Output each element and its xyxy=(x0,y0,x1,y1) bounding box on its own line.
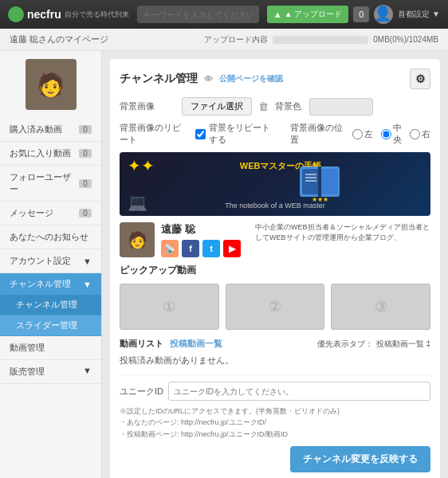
pickup-video-grid: ① ② ③ xyxy=(120,284,430,330)
header-search-container xyxy=(137,6,259,23)
repeat-label-text: 背景をリピートする xyxy=(209,122,276,146)
notif-count: 0 xyxy=(359,10,364,19)
sidebar-item-favorite-videos[interactable]: お気に入り動画 0 xyxy=(0,142,101,166)
content-area: チャンネル管理 👁 公開ページを確認 ⚙ 背景画像 ファイル選択 🗑 背景色 xyxy=(102,51,448,478)
repeat-checkbox-label[interactable]: 背景をリピートする xyxy=(195,122,276,146)
profile-avatar: 🧑 xyxy=(120,222,155,257)
unique-id-note-2: ・あなたのページ: http://necfru.jp/ユニークID/ xyxy=(120,417,430,428)
save-row: チャンネル変更を反映する xyxy=(120,440,430,472)
sidebar-label-follow: フォローユーザー xyxy=(10,171,79,195)
bg-color-label: 背景色 xyxy=(275,100,303,112)
fb-icon: f xyxy=(189,244,192,253)
profile-name: 遠藤 聡 xyxy=(161,222,249,237)
unique-id-note-3: ・投稿動画ページ: http://necfru.jp/ユニークID/動画ID xyxy=(120,429,430,440)
logo-text: necfru xyxy=(27,8,61,21)
social-tw-button[interactable]: t xyxy=(202,240,220,257)
upload-label: ▲ アップロード xyxy=(285,9,343,20)
save-channel-button[interactable]: チャンネル変更を反映する xyxy=(290,446,430,472)
banner-decoration: ✦✦ xyxy=(128,156,155,175)
sidebar-item-purchased-videos[interactable]: 購入済み動画 0 xyxy=(0,118,101,142)
sidebar-item-messages[interactable]: メッセージ 0 xyxy=(0,202,101,225)
video-thumb-2[interactable]: ② xyxy=(226,284,325,330)
unique-id-input[interactable] xyxy=(168,382,430,401)
svg-rect-2 xyxy=(320,169,338,194)
sidebar-label-notifications: あなたへのお知らせ xyxy=(10,231,88,243)
sidebar-badge-purchased: 0 xyxy=(79,125,92,134)
sidebar-arrow-account: ▼ xyxy=(83,257,92,266)
priority-tab-label: 優先表示タブ： xyxy=(317,339,373,350)
svg-rect-1 xyxy=(302,169,320,194)
no-videos-text: 投稿済み動画がありません。 xyxy=(120,355,430,366)
sidebar-item-sales-management[interactable]: 販売管理 ▼ xyxy=(0,360,101,384)
bg-position-label: 背景画像の位置 xyxy=(290,122,346,146)
bg-repeat-label: 背景画像のリピート xyxy=(120,122,189,146)
sidebar-sub-channel-management[interactable]: チャンネル管理 xyxy=(0,295,101,315)
tw-icon: t xyxy=(210,244,213,253)
upload-button[interactable]: ▲ ▲ アップロード xyxy=(267,6,349,23)
repeat-checkbox[interactable] xyxy=(195,129,206,139)
bg-color-picker[interactable] xyxy=(309,98,373,116)
sidebar-item-follow-users[interactable]: フォローユーザー 0 xyxy=(0,166,101,202)
unique-id-note-1: ※設定したIDのURLにアクセスできます。(半角英数・ピリオドのみ) xyxy=(120,406,430,417)
priority-tab-value: 投稿動画一覧 ‡ xyxy=(376,339,430,350)
progress-bar-wrap xyxy=(273,36,368,44)
panel-title-text: チャンネル管理 xyxy=(120,72,198,86)
sidebar-sub-slider-label: スライダー管理 xyxy=(16,320,77,330)
radio-left[interactable]: 左 xyxy=(352,128,373,140)
banner-subtitle: The notebook of a WEB master xyxy=(225,202,325,210)
public-page-link[interactable]: 公開ページを確認 xyxy=(219,73,283,84)
gear-icon: ⚙ xyxy=(415,72,426,85)
video-list-left: 動画リスト 投稿動画一覧 xyxy=(120,338,222,350)
user-settings-label[interactable]: 首都設定 ▼ xyxy=(398,9,440,20)
file-select-label: ファイル選択 xyxy=(191,101,243,111)
radio-center[interactable]: 中央 xyxy=(381,122,402,146)
sidebar-label-sales-management: 販売管理 xyxy=(10,366,45,378)
logo-sub: 自分で売る時代到来 xyxy=(65,10,129,20)
bg-image-label: 背景画像 xyxy=(120,100,175,112)
upload-icon: ▲ xyxy=(273,10,282,19)
sidebar-section-channel-label: チャンネル管理 xyxy=(10,278,71,290)
sidebar-label-video-management: 動画管理 xyxy=(10,343,45,352)
video-list-right: 優先表示タブ： 投稿動画一覧 ‡ xyxy=(317,339,430,350)
banner-book-icon: ★★★ xyxy=(296,160,344,208)
bg-position-radios: 左 中央 右 xyxy=(352,122,430,146)
gear-button[interactable]: ⚙ xyxy=(410,69,430,89)
video-list-header: 動画リスト 投稿動画一覧 優先表示タブ： 投稿動画一覧 ‡ xyxy=(120,338,430,350)
video-thumb-1[interactable]: ① xyxy=(120,284,219,330)
video-thumb-1-label: ① xyxy=(163,298,175,315)
svg-rect-3 xyxy=(318,167,321,197)
file-select-button[interactable]: ファイル選択 xyxy=(182,97,252,116)
logo: necfru 自分で売る時代到来 xyxy=(8,6,129,22)
search-input[interactable] xyxy=(137,6,259,23)
sidebar-label-messages: メッセージ xyxy=(10,207,53,219)
sidebar-item-video-management[interactable]: 動画管理 xyxy=(0,336,101,360)
sidebar-sub-slider-management[interactable]: スライダー管理 xyxy=(0,315,101,336)
social-icons: 📡 f t ▶ xyxy=(161,240,249,257)
radio-right[interactable]: 右 xyxy=(410,128,430,140)
sidebar-arrow-sales: ▼ xyxy=(83,366,92,378)
video-list-link[interactable]: 投稿動画一覧 xyxy=(170,338,222,350)
social-yt-button[interactable]: ▶ xyxy=(223,240,241,257)
page-title: 遠藤 聡さんのマイページ xyxy=(10,33,108,45)
profile-row: 🧑 遠藤 聡 📡 f t ▶ xyxy=(120,222,430,257)
trash-button[interactable]: 🗑 xyxy=(258,100,269,112)
social-fb-button[interactable]: f xyxy=(182,240,199,257)
sidebar-item-notifications[interactable]: あなたへのお知らせ xyxy=(0,225,101,249)
channel-management-panel: チャンネル管理 👁 公開ページを確認 ⚙ 背景画像 ファイル選択 🗑 背景色 xyxy=(110,59,440,478)
main-layout: 🧑 購入済み動画 0 お気に入り動画 0 フォローユーザー 0 メッセージ 0 … xyxy=(0,51,448,478)
video-thumb-3-label: ③ xyxy=(375,298,387,315)
upload-content-label: アップロード内容 xyxy=(204,34,268,45)
profile-desc: 中小企業のWEB担当者＆ソーシャルメディア担当者としてWEBサイトの管理運用から… xyxy=(255,222,430,257)
user-avatar[interactable]: 👤 xyxy=(374,5,393,24)
profile-info: 遠藤 聡 📡 f t ▶ xyxy=(161,222,249,257)
sidebar-section-channel[interactable]: チャンネル管理 ▼ xyxy=(0,273,101,295)
sidebar-badge-follow: 0 xyxy=(79,179,92,188)
sidebar-label-account: アカウント設定 xyxy=(10,255,71,267)
video-list-link-text: 投稿動画一覧 xyxy=(170,339,222,348)
sidebar-item-account-settings[interactable]: アカウント設定 ▼ xyxy=(0,249,101,273)
notification-badge[interactable]: 0 xyxy=(353,6,369,22)
social-rss-button[interactable]: 📡 xyxy=(161,240,179,257)
avatar-face: 🧑 xyxy=(26,59,77,110)
video-thumb-3[interactable]: ③ xyxy=(331,284,430,330)
save-button-label: チャンネル変更を反映する xyxy=(303,453,418,464)
